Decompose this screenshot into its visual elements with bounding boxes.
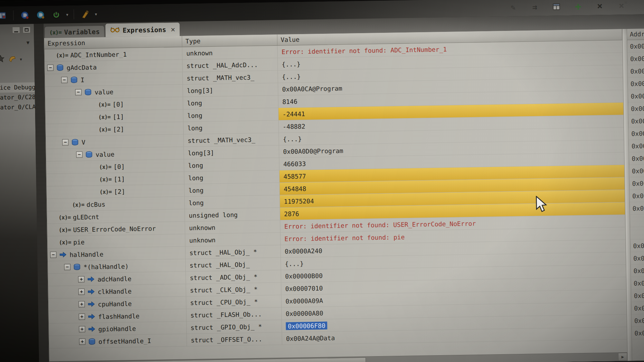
workbench-content: ▼ ▾ evice Debuggi ulator_0/C28x ulator_0… [0, 14, 644, 362]
variables-icon: (x)= [49, 29, 62, 36]
collapse-icon[interactable]: − [61, 77, 68, 83]
addr-cell: 0x00 [630, 190, 644, 202]
debug-tree-item[interactable]: ulator_0/C28x [0, 92, 35, 103]
ide-window: ▾ ▾ ✎ ⇉ + × ×× [0, 0, 644, 362]
toolbar-separator [73, 9, 74, 19]
struct-icon [56, 64, 64, 71]
type-cell: long [184, 120, 279, 134]
debug-tree-item[interactable]: evice Debuggi [0, 82, 35, 93]
debug-tree: evice Debuggi ulator_0/C28x ulator_0/CLA… [0, 82, 35, 113]
addr-cell: 0x00 [628, 52, 644, 65]
type-cell: long [183, 96, 278, 109]
close-tab-icon[interactable]: ✕ [171, 25, 175, 33]
connect-target-icon[interactable] [34, 9, 46, 21]
expression-cell: −I [45, 72, 183, 86]
column-header-addr[interactable]: Addr [627, 29, 644, 40]
collapse-icon[interactable]: − [62, 139, 69, 146]
debug-action-icon[interactable] [0, 54, 5, 64]
collapse-icon[interactable]: − [75, 89, 81, 96]
struct-icon [85, 151, 93, 158]
expression-cell: −value [46, 147, 184, 161]
remove-expression-icon[interactable]: × [594, 0, 606, 12]
toolbar-left-group: ▾ ▾ [0, 8, 97, 22]
screen-photo: ▾ ▾ ✎ ⇉ + × ×× [0, 0, 644, 362]
addr-cell: 0x00 [629, 140, 644, 153]
expression-cell: +clkHandle [48, 284, 186, 298]
edit-expression-icon[interactable]: ✎ [507, 2, 519, 14]
pointer-icon [59, 251, 67, 258]
expression-label: value [96, 151, 115, 158]
addr-cell: 0x00A [631, 314, 644, 327]
dropdown-caret-icon[interactable]: ▾ [20, 57, 22, 61]
type-cell: unsigned long [185, 208, 280, 221]
type-cell: long [185, 183, 280, 196]
addr-cell: 0x00 [629, 115, 644, 127]
variable-icon: (x)= [56, 52, 68, 59]
expression-label: I [80, 76, 84, 83]
struct-icon [71, 139, 79, 146]
expression-label: ADC_IntNumber_1 [70, 51, 127, 59]
pointer-icon [88, 326, 96, 333]
expression-cell: −V [46, 135, 184, 149]
collapse-icon[interactable]: − [47, 65, 54, 71]
expression-cell: (x)=[0] [46, 159, 184, 173]
collapse-icon[interactable]: − [50, 252, 57, 258]
expression-cell: +cpuHandle [48, 297, 186, 311]
addr-cell: 0x00 [627, 40, 644, 53]
addr-cell: 0x00A [631, 302, 644, 315]
expression-label: clkHandle [98, 287, 131, 295]
toolbar-right-group: ✎ ⇉ + × ×× [507, 0, 628, 14]
type-cell: long [183, 108, 279, 122]
add-expression-icon[interactable]: + [572, 0, 584, 12]
scroll-right-button[interactable]: ▶ [618, 353, 627, 361]
dropdown-caret-icon[interactable]: ▾ [66, 12, 68, 17]
perspective-icon[interactable] [0, 10, 8, 22]
expand-icon[interactable]: + [79, 301, 85, 308]
tab-variables[interactable]: (x)= Variables [44, 25, 105, 38]
expressions-panel: Expression Type Value (x)=ADC_IntNumber_… [44, 29, 644, 362]
remove-all-expressions-icon[interactable]: ×× [615, 0, 627, 12]
tab-expressions[interactable]: Expressions ✕ [105, 22, 180, 37]
view-menu-icon[interactable]: ▼ [26, 40, 29, 46]
debug-launch-icon[interactable] [19, 9, 31, 21]
collapse-icon[interactable]: − [64, 264, 71, 270]
collapse-icon[interactable]: − [76, 152, 83, 158]
addr-cell: 0x00A [630, 239, 644, 252]
expression-cell: −halHandle [47, 247, 185, 261]
variable-icon: (x)= [98, 101, 110, 108]
expand-icon[interactable]: + [78, 289, 85, 295]
power-icon[interactable] [50, 9, 62, 21]
expression-label: [1] [113, 113, 124, 120]
expression-label: adcHandle [98, 275, 131, 283]
variable-icon: (x)= [99, 163, 111, 170]
expand-icon[interactable]: + [79, 326, 85, 332]
column-header-expression[interactable]: Expression [44, 36, 182, 49]
debug-tree-item[interactable]: ulator_0/CLA_ [0, 102, 35, 113]
addr-cell [630, 227, 644, 240]
dropdown-caret-icon[interactable]: ▾ [95, 12, 97, 16]
expression-cell: (x)=gLEDcnt [47, 209, 185, 223]
expression-label: pie [73, 238, 84, 246]
expression-label: *(halHandle) [83, 263, 128, 271]
addr-cell: 0x00 [628, 102, 644, 115]
view-window-buttons [12, 26, 31, 33]
flash-tool-icon[interactable] [79, 8, 91, 20]
minimize-view-icon[interactable] [12, 27, 20, 33]
column-header-type[interactable]: Type [182, 34, 277, 47]
import-expressions-icon[interactable]: ⇉ [529, 1, 541, 13]
expression-cell: (x)=USER_ErrorCode_NoError [47, 222, 185, 236]
expand-icon[interactable]: + [79, 313, 85, 320]
layout-icon[interactable] [550, 1, 562, 13]
variable-icon: (x)= [59, 226, 71, 233]
struct-icon [88, 338, 96, 345]
expression-label: gAdcData [67, 63, 97, 71]
expand-icon[interactable]: + [79, 339, 86, 345]
maximize-view-icon[interactable] [23, 26, 31, 33]
type-cell: long[3] [183, 83, 278, 97]
type-cell: struct _HAL_Obj_ * [185, 245, 281, 259]
type-cell: struct _HAL_Obj_ [185, 258, 281, 271]
selected-value[interactable]: 0x00006F80 [286, 321, 327, 330]
expression-label: cpuHandle [98, 300, 132, 308]
resume-tool-icon[interactable] [8, 54, 17, 64]
expand-icon[interactable]: + [78, 276, 85, 283]
